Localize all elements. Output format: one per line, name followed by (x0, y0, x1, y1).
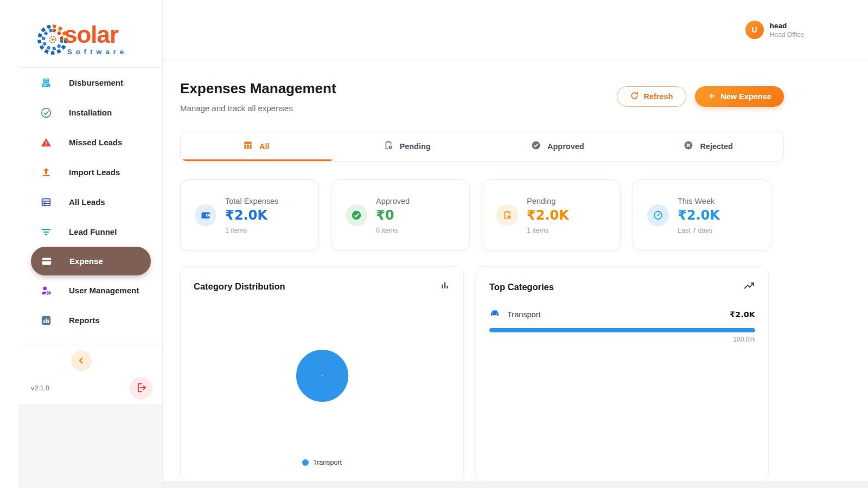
category-label: Transport (507, 310, 541, 319)
refresh-icon (630, 91, 639, 102)
stat-card-approved: Approved ₹0 0 items (331, 179, 470, 251)
sidebar-item-lead-funnel[interactable]: Lead Funnel (0, 217, 162, 247)
user-role: Head Office (770, 31, 804, 38)
top-bar: U head Head Office (163, 0, 868, 60)
logout-button[interactable] (130, 377, 152, 400)
brand-logo: solar Software (0, 0, 162, 59)
sidebar-item-label: Reports (69, 316, 100, 325)
stat-label: Pending (527, 197, 569, 206)
sidebar-item-import-leads[interactable]: Import Leads (0, 157, 162, 187)
avatar: U (745, 21, 764, 39)
legend-dot (302, 459, 309, 466)
tab-pending[interactable]: Pending (331, 131, 482, 161)
refresh-button-label: Refresh (644, 92, 673, 101)
tab-label: All (259, 142, 270, 151)
category-value: ₹2.0K (730, 310, 755, 319)
sidebar-item-label: Missed Leads (69, 138, 122, 147)
stat-cards: Total Expenses ₹2.0K 1 items Approved ₹0… (180, 179, 771, 251)
tab-label: Rejected (700, 142, 732, 151)
stat-sub: 0 items (376, 227, 410, 234)
top-categories-card: Top Categories (476, 266, 769, 482)
speedometer-icon (647, 204, 669, 226)
sidebar-item-label: All Leads (69, 197, 105, 207)
sidebar-item-label: Expense (69, 256, 103, 266)
tab-label: Pending (400, 142, 431, 151)
funnel-filter-icon (40, 226, 52, 238)
stat-card-total-expenses: Total Expenses ₹2.0K 1 items (180, 179, 319, 251)
stat-card-this-week: This Week ₹2.0K Last 7 days (633, 179, 771, 251)
sidebar-footer-background (18, 404, 162, 488)
content-footer-strip (163, 481, 868, 488)
check-circle-filled-icon (531, 140, 541, 152)
table-icon (40, 196, 52, 208)
main-area: U head Head Office Expenses Management M… (163, 0, 868, 488)
logout-icon (135, 382, 147, 395)
clipboard-clock-orange-icon (496, 204, 518, 226)
sidebar-item-expense[interactable]: Expense (31, 247, 151, 275)
stat-label: Approved (376, 197, 410, 206)
page-subtitle: Manage and track all expenses (180, 104, 336, 113)
sidebar-item-label: Installation (69, 108, 112, 117)
bar-chart-square-icon (40, 314, 52, 326)
sidebar-item-label: Disbursement (69, 78, 123, 87)
stat-value: ₹0 (376, 208, 410, 223)
sidebar-item-label: User Management (69, 286, 139, 295)
stat-sub: 1 items (527, 227, 569, 234)
trending-up-icon (743, 280, 755, 294)
check-circle-icon (40, 107, 52, 119)
stat-label: Total Expenses (225, 197, 278, 206)
category-distribution-card: Category Distribution Transport (180, 266, 464, 482)
filter-tabs: All Pending (180, 131, 784, 162)
receipt-machine-icon (40, 77, 52, 89)
clipboard-clock-icon (383, 140, 394, 152)
stat-sub: Last 7 days (678, 227, 720, 234)
category-progress-fill (489, 328, 755, 332)
category-distribution-title: Category Distribution (194, 281, 285, 292)
warning-triangle-icon (40, 137, 52, 149)
tab-label: Approved (547, 142, 584, 151)
grid-columns-icon (242, 140, 253, 152)
plus-icon (707, 92, 716, 102)
tab-all[interactable]: All (181, 131, 331, 161)
sidebar-bottom-divider (18, 344, 162, 344)
sidebar-item-missed-leads[interactable]: Missed Leads (0, 127, 162, 157)
x-circle-filled-icon (683, 140, 694, 152)
stat-card-pending: Pending ₹2.0K 1 items (482, 179, 621, 251)
stat-label: This Week (678, 197, 720, 206)
car-icon (489, 308, 500, 321)
stat-value: ₹2.0K (225, 208, 278, 223)
sidebar-item-reports[interactable]: Reports (0, 305, 162, 335)
user-menu[interactable]: U head Head Office (745, 21, 804, 39)
legend-label: Transport (313, 459, 342, 466)
stat-value: ₹2.0K (527, 208, 569, 223)
chevron-left-icon (76, 356, 86, 367)
brand-name: solar (64, 24, 127, 46)
new-expense-button[interactable]: New Expense (695, 86, 784, 107)
tab-rejected[interactable]: Rejected (633, 131, 783, 161)
bar-chart-icon (439, 280, 450, 293)
sidebar-item-installation[interactable]: Installation (0, 98, 162, 127)
sidebar-item-label: Import Leads (69, 168, 120, 177)
sidebar-item-all-leads[interactable]: All Leads (0, 187, 162, 217)
new-expense-button-label: New Expense (721, 92, 772, 101)
category-percent: 100.0% (489, 336, 755, 343)
sidebar: solar Software Disbursement (0, 0, 163, 488)
donut-chart (296, 350, 348, 402)
tab-approved[interactable]: Approved (482, 131, 633, 161)
donut-legend: Transport (194, 459, 450, 468)
sidebar-item-disbursement[interactable]: Disbursement (0, 68, 162, 98)
check-circle-green-icon (346, 204, 367, 226)
sidebar-collapse-button[interactable] (71, 351, 92, 371)
sidebar-nav: Disbursement Installation Missed Leads (0, 68, 162, 335)
stat-sub: 1 items (225, 227, 278, 234)
user-name: head (770, 22, 804, 30)
category-progress-track (489, 328, 755, 332)
sidebar-item-label: Lead Funnel (69, 227, 117, 236)
brand-tagline: Software (67, 48, 127, 56)
category-row-transport: Transport ₹2.0K (489, 308, 755, 321)
stat-value: ₹2.0K (678, 208, 720, 223)
sidebar-item-user-management[interactable]: User Management (0, 275, 162, 305)
user-gear-icon (40, 285, 52, 297)
refresh-button[interactable]: Refresh (617, 86, 686, 107)
content-area: Expenses Management Manage and track all… (163, 61, 868, 488)
